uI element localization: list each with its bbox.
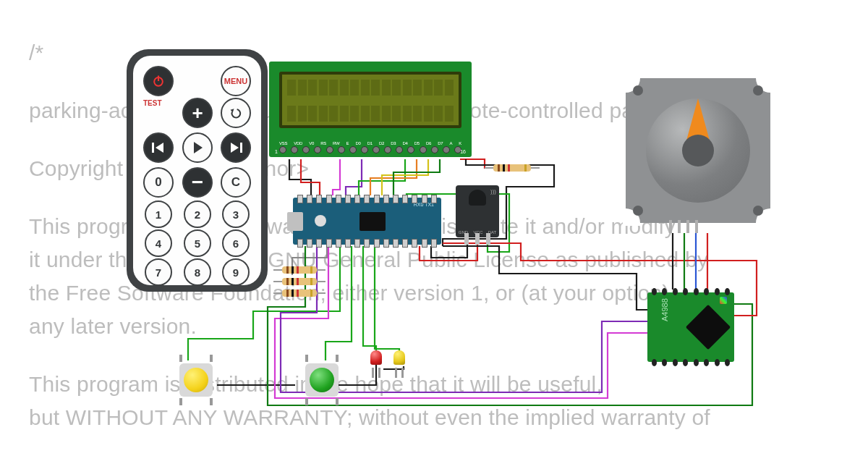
plus-button[interactable]: +: [182, 98, 213, 128]
lcd-screen: [279, 72, 461, 128]
menu-button[interactable]: MENU: [221, 66, 251, 96]
play-icon: [192, 142, 203, 153]
digit-6-button[interactable]: 6: [222, 229, 250, 257]
power-icon: [151, 74, 166, 88]
digit-4-button[interactable]: 4: [145, 229, 172, 257]
reset-button[interactable]: [315, 215, 326, 227]
license-line: any later version.: [29, 314, 197, 338]
resistor-3: [273, 290, 326, 297]
power-button[interactable]: [143, 66, 174, 96]
a4988-driver: A4988: [647, 292, 734, 362]
digit-5-button[interactable]: 5: [184, 229, 211, 257]
c-button[interactable]: C: [221, 167, 251, 198]
digit-1-button[interactable]: 1: [145, 200, 172, 228]
digit-9-button[interactable]: 9: [222, 258, 250, 286]
resistor-lcd-backlight: [485, 164, 540, 172]
digit-3-button[interactable]: 3: [222, 200, 250, 228]
ir-remote: MENU TEST + 0 − C 1 2 3 4: [127, 49, 268, 292]
mcu-bottom-pins: [297, 239, 437, 248]
ir-pins: [461, 233, 493, 245]
driver-chip-icon: [686, 305, 731, 350]
red-led: [369, 350, 383, 371]
driver-bottom-pins: [652, 359, 730, 366]
minus-button[interactable]: −: [182, 167, 213, 198]
ir-waves-icon: ))): [490, 188, 496, 195]
digit-8-button[interactable]: 8: [184, 258, 211, 286]
resistor-2: [273, 278, 326, 285]
digit-2-button[interactable]: 2: [184, 200, 211, 228]
license-line: the Free Software Foundation; either ver…: [29, 281, 670, 305]
next-icon: [229, 143, 242, 153]
stepper-motor: [626, 78, 770, 223]
yellow-push-button[interactable]: [176, 360, 216, 400]
mcu-chip-icon: [359, 212, 386, 231]
yellow-led: [392, 350, 407, 371]
lcd-pin-16: 16: [460, 149, 466, 154]
back-button[interactable]: [221, 98, 251, 128]
lcd-pin-1: 1: [275, 149, 278, 154]
digit-7-button[interactable]: 7: [145, 258, 172, 286]
lcd-16x2: VSSVDDV0RSRWED0D1D2D3D4D5D6D7AK 1 16: [269, 62, 472, 157]
ir-receiver-module: ))) GND VCC DAT: [456, 185, 499, 237]
lcd-row-2: [282, 101, 459, 127]
driver-name-label: A4988: [660, 298, 669, 321]
green-push-button[interactable]: [302, 360, 341, 400]
test-label: TEST: [143, 99, 162, 107]
next-button[interactable]: [221, 132, 251, 163]
arduino-nano-board: RX0 TX1: [293, 198, 441, 245]
lcd-row-1: [282, 75, 459, 101]
play-button[interactable]: [182, 132, 213, 163]
digit-0-button[interactable]: 0: [143, 167, 174, 198]
license-line: but WITHOUT ANY WARRANTY; without even t…: [29, 405, 710, 429]
svg-rect-2: [152, 143, 154, 153]
circuit-diagram-canvas: /* parking-access - An Arduino project f…: [0, 0, 868, 456]
prev-button[interactable]: [143, 132, 174, 163]
driver-trimpot[interactable]: [720, 297, 727, 304]
svg-rect-3: [240, 143, 242, 153]
prev-icon: [152, 143, 165, 153]
mcu-top-pins: [297, 195, 437, 203]
license-line: /*: [29, 41, 43, 64]
driver-top-pins: [652, 288, 730, 295]
resistor-1: [273, 266, 326, 274]
lcd-pin-pads: [279, 146, 461, 153]
back-icon: [229, 106, 243, 120]
remote-face: MENU TEST + 0 − C 1 2 3 4: [133, 56, 261, 285]
ir-sensor-icon: [469, 190, 486, 206]
usb-port-icon: [287, 212, 303, 231]
lcd-pin-labels: VSSVDDV0RSRWED0D1D2D3D4D5D6D7AK: [279, 141, 461, 145]
stepper-leads: [669, 220, 698, 233]
